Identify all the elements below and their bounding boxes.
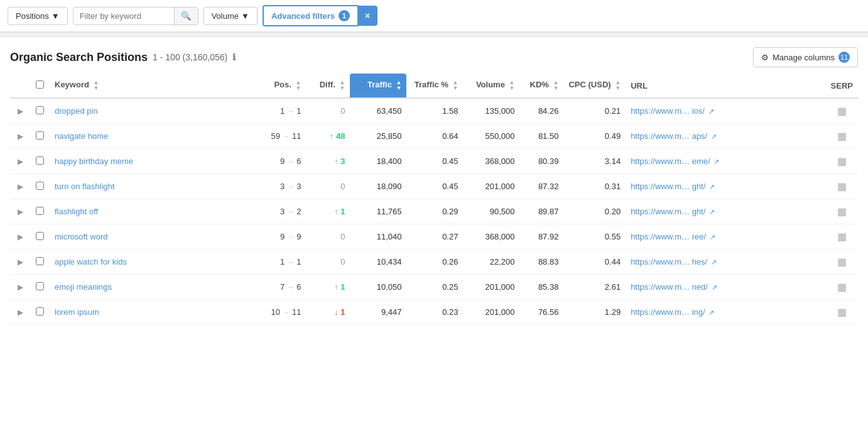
manage-columns-label: Manage columns bbox=[773, 53, 835, 62]
serp-icon[interactable]: ▦ bbox=[837, 282, 847, 292]
search-button[interactable]: 🔍 bbox=[174, 8, 198, 25]
volume-value: 201,000 bbox=[485, 307, 514, 317]
select-all-checkbox[interactable] bbox=[36, 80, 44, 89]
cpc-cell: 0.31 bbox=[563, 174, 626, 199]
keyword-filter-input[interactable] bbox=[73, 8, 174, 25]
table-row: ▶ emoji meanings 7 → 6 ↑ 1 10,050 0.25 2… bbox=[10, 275, 858, 300]
expand-row-button[interactable]: ▶ bbox=[15, 181, 26, 192]
keyword-link[interactable]: flashlight off bbox=[55, 207, 98, 216]
clear-advanced-filters-button[interactable]: × bbox=[359, 6, 377, 26]
url-link[interactable]: https://www.m… ing/ bbox=[631, 307, 705, 317]
url-link[interactable]: https://www.m… eme/ bbox=[631, 156, 710, 166]
expand-row-button[interactable]: ▶ bbox=[15, 256, 26, 268]
row-checkbox[interactable] bbox=[36, 257, 44, 265]
url-link[interactable]: https://www.m… ree/ bbox=[631, 232, 706, 241]
traffic-value: 9,447 bbox=[381, 307, 402, 317]
diff-cell: ↑ 48 bbox=[306, 124, 350, 149]
serp-cell: ▦ bbox=[826, 275, 858, 300]
serp-icon[interactable]: ▦ bbox=[837, 256, 847, 267]
traffic-pct-value: 0.29 bbox=[442, 207, 458, 216]
serp-icon[interactable]: ▦ bbox=[837, 206, 847, 217]
serp-icon[interactable]: ▦ bbox=[837, 181, 847, 192]
url-link[interactable]: https://www.m… ios/ bbox=[631, 106, 705, 116]
row-checkbox[interactable] bbox=[36, 282, 44, 290]
expand-row-button[interactable]: ▶ bbox=[15, 156, 26, 167]
keyword-link[interactable]: happy birthday meme bbox=[55, 156, 133, 166]
expand-row-button[interactable]: ▶ bbox=[15, 282, 26, 293]
expand-row-button[interactable]: ▶ bbox=[15, 206, 26, 217]
th-traffic-pct[interactable]: Traffic % ▲▼ bbox=[406, 74, 463, 98]
traffic-pct-value: 0.23 bbox=[442, 307, 458, 317]
url-link[interactable]: https://www.m… ght/ bbox=[631, 182, 705, 191]
serp-icon[interactable]: ▦ bbox=[837, 231, 847, 242]
pos-cell: 10 → 11 bbox=[249, 300, 306, 325]
serp-icon[interactable]: ▦ bbox=[837, 106, 847, 116]
section-header: Organic Search Positions 1 - 100 (3,160,… bbox=[0, 37, 868, 74]
cpc-value: 0.20 bbox=[605, 207, 621, 216]
volume-dropdown[interactable]: Volume ▼ bbox=[203, 7, 258, 25]
row-checkbox[interactable] bbox=[36, 131, 44, 140]
diff-value: 0 bbox=[340, 182, 345, 191]
keyword-link[interactable]: apple watch for kids bbox=[55, 257, 127, 266]
pos-from: 1 bbox=[280, 106, 285, 116]
row-checkbox[interactable] bbox=[36, 232, 44, 240]
pos-arrow-icon: → bbox=[287, 283, 294, 291]
kd-cell: 81.50 bbox=[519, 124, 563, 149]
diff-value: ↑ 1 bbox=[334, 282, 345, 292]
row-checkbox[interactable] bbox=[36, 106, 44, 114]
row-checkbox[interactable] bbox=[36, 207, 44, 215]
keyword-link[interactable]: lorem ipsum bbox=[55, 307, 99, 317]
url-link[interactable]: https://www.m… ned/ bbox=[631, 282, 708, 292]
pos-to: 1 bbox=[296, 257, 301, 266]
table-row: ▶ microsoft word 9 → 9 0 11,040 0.27 368… bbox=[10, 224, 858, 250]
expand-row-button[interactable]: ▶ bbox=[15, 106, 26, 117]
serp-cell: ▦ bbox=[826, 124, 858, 149]
serp-icon[interactable]: ▦ bbox=[837, 131, 847, 141]
th-traffic[interactable]: Traffic ▲▼ bbox=[350, 74, 406, 98]
row-checkbox[interactable] bbox=[36, 182, 44, 190]
diff-cell: ↑ 3 bbox=[306, 149, 350, 174]
th-volume[interactable]: Volume ▲▼ bbox=[463, 74, 519, 98]
traffic-value: 18,090 bbox=[377, 182, 402, 191]
keyword-link[interactable]: microsoft word bbox=[55, 232, 108, 241]
expand-row-button[interactable]: ▶ bbox=[15, 131, 26, 142]
positions-dropdown[interactable]: Positions ▼ bbox=[8, 7, 68, 25]
kd-cell: 87.92 bbox=[519, 224, 563, 250]
url-link[interactable]: https://www.m… aps/ bbox=[631, 131, 707, 141]
expand-row-button[interactable]: ▶ bbox=[15, 231, 26, 243]
serp-cell: ▦ bbox=[826, 98, 858, 124]
expand-row-button[interactable]: ▶ bbox=[15, 307, 26, 318]
th-keyword[interactable]: Keyword ▲▼ bbox=[50, 74, 249, 98]
url-link[interactable]: https://www.m… hes/ bbox=[631, 257, 707, 266]
th-diff[interactable]: Diff. ▲▼ bbox=[306, 74, 350, 98]
cpc-value: 0.55 bbox=[605, 232, 621, 241]
advanced-filters-button[interactable]: Advanced filters 1 bbox=[263, 5, 359, 26]
table-body: ▶ dropped pin 1 → 1 0 63,450 1.58 135,00… bbox=[10, 98, 858, 325]
pos-to: 6 bbox=[296, 282, 301, 292]
serp-icon[interactable]: ▦ bbox=[837, 307, 847, 317]
pos-from: 9 bbox=[280, 156, 285, 166]
serp-cell: ▦ bbox=[826, 174, 858, 199]
th-pos[interactable]: Pos. ▲▼ bbox=[249, 74, 306, 98]
row-checkbox[interactable] bbox=[36, 307, 44, 316]
traffic-cell: 10,434 bbox=[350, 250, 406, 275]
th-kd[interactable]: KD% ▲▼ bbox=[519, 74, 563, 98]
keyword-link[interactable]: dropped pin bbox=[55, 106, 98, 116]
toolbar: Positions ▼ 🔍 Volume ▼ Advanced filters … bbox=[0, 0, 868, 32]
info-icon[interactable]: ℹ bbox=[232, 52, 236, 62]
keyword-link[interactable]: turn on flashlight bbox=[55, 182, 114, 191]
pos-arrow-icon: → bbox=[287, 233, 294, 241]
traffic-value: 10,050 bbox=[377, 282, 402, 292]
row-checkbox[interactable] bbox=[36, 156, 44, 165]
keyword-link[interactable]: navigate home bbox=[55, 131, 108, 141]
diff-cell: 0 bbox=[306, 224, 350, 250]
pos-arrow-icon: → bbox=[287, 258, 294, 266]
th-cpc[interactable]: CPC (USD) ▲▼ bbox=[563, 74, 626, 98]
traffic-pct-cell: 0.45 bbox=[406, 149, 463, 174]
manage-columns-button[interactable]: ⚙ Manage columns 11 bbox=[753, 47, 858, 67]
keyword-link[interactable]: emoji meanings bbox=[55, 282, 112, 292]
traffic-pct-value: 0.64 bbox=[442, 131, 458, 141]
serp-icon[interactable]: ▦ bbox=[837, 156, 847, 167]
keyword-cell: lorem ipsum bbox=[50, 300, 249, 325]
url-link[interactable]: https://www.m… ght/ bbox=[631, 207, 705, 216]
